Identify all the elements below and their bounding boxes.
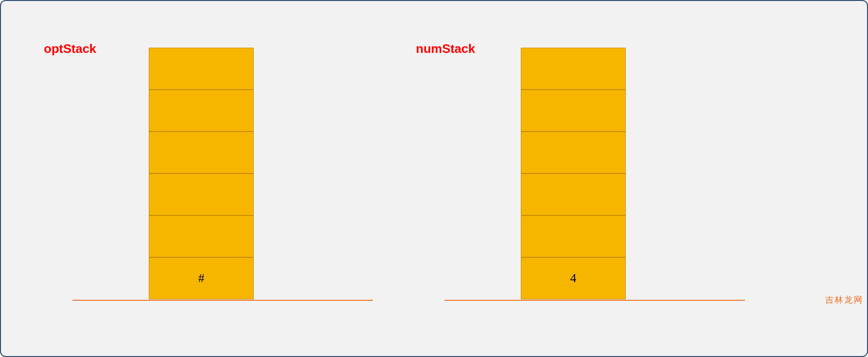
opt-stack-label: optStack xyxy=(44,41,96,56)
opt-stack-cell xyxy=(149,132,254,173)
num-stack-cell xyxy=(521,90,626,132)
opt-stack-cell xyxy=(149,90,254,132)
num-stack: 4 xyxy=(521,48,626,299)
num-stack-cell xyxy=(521,48,626,90)
opt-stack-cell xyxy=(149,48,254,90)
num-stack-cell: 4 xyxy=(521,257,626,299)
num-stack-cell xyxy=(521,132,626,173)
num-stack-cell xyxy=(521,215,626,257)
opt-stack-baseline xyxy=(72,300,373,301)
opt-stack-cell xyxy=(149,173,254,215)
opt-stack-cell xyxy=(149,215,254,257)
num-stack-cell xyxy=(521,173,626,215)
opt-stack: # xyxy=(149,48,254,299)
diagram-frame: optStack # numStack 4 吉林龙网 xyxy=(0,0,868,357)
num-stack-label: numStack xyxy=(416,41,475,56)
opt-stack-cell: # xyxy=(149,257,254,299)
num-stack-baseline xyxy=(444,300,745,301)
watermark-text: 吉林龙网 xyxy=(825,294,863,306)
